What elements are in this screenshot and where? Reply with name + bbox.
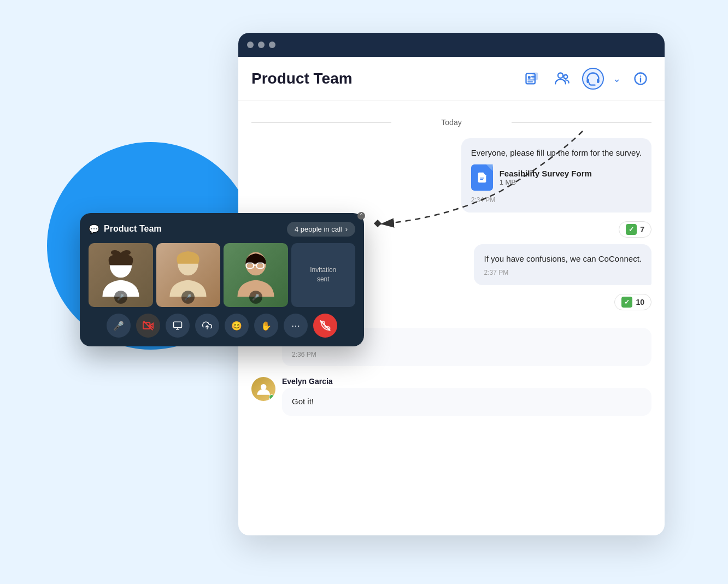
chevron-down-icon[interactable]: ⌄ <box>613 73 621 85</box>
message-bubble-out-2: If you have confusions, we can CoConnect… <box>474 244 651 285</box>
vc-chevron-icon: › <box>345 225 348 233</box>
chat-title: Product Team <box>251 70 353 87</box>
svg-rect-1 <box>528 76 531 79</box>
reaction-badge-1[interactable]: ✓ 7 <box>619 221 651 238</box>
vc-people-label: 4 people in call <box>295 225 342 233</box>
users-icon-btn[interactable] <box>551 68 573 90</box>
svg-rect-8 <box>586 79 589 83</box>
svg-rect-5 <box>533 73 537 79</box>
svg-point-7 <box>563 75 567 79</box>
message-text-2: If you have confusions, we can CoConnect… <box>484 253 642 266</box>
online-indicator-evelyn <box>269 394 274 400</box>
window-titlebar <box>238 33 665 57</box>
svg-point-12 <box>640 75 641 76</box>
info-icon-btn[interactable] <box>630 68 651 90</box>
message-time-1: 2:34 PM <box>471 196 642 204</box>
reaction-count-2: 10 <box>636 298 644 306</box>
vc-invitation-slot: Invitationsent <box>291 243 356 308</box>
message-text-evelyn: Got it! <box>292 396 642 408</box>
vc-participant-2: 🎤 <box>156 243 221 308</box>
vc-invitation-text: Invitationsent <box>310 266 336 284</box>
headset-icon-btn[interactable] <box>582 68 604 90</box>
vc-controls: 🎤 <box>89 314 355 338</box>
vc-more-btn[interactable]: ⋯ <box>284 314 308 338</box>
scene: Product Team <box>63 33 665 552</box>
incoming-message-evelyn: Evelyn Garcia Got it! <box>251 377 651 416</box>
message-content-evelyn: Evelyn Garcia Got it! <box>282 377 651 416</box>
vc-mic-1: 🎤 <box>114 291 127 304</box>
vc-video-btn[interactable] <box>136 314 160 338</box>
date-divider: Today <box>251 117 651 127</box>
vc-mic-3: 🎤 <box>249 291 262 304</box>
vc-title-text: Product Team <box>104 224 162 234</box>
vc-end-call-btn[interactable] <box>313 314 337 338</box>
chat-bubble-icon: 💬 <box>89 224 99 234</box>
newspaper-icon-btn[interactable] <box>521 68 543 90</box>
message-bubble-out-1: Everyone, please fill up the form for th… <box>461 138 651 213</box>
vc-participant-3: 🎤 <box>224 243 288 308</box>
svg-point-6 <box>558 73 563 78</box>
svg-rect-9 <box>597 79 600 83</box>
titlebar-dot-2 <box>258 42 265 48</box>
reaction-count-1: 7 <box>640 225 644 234</box>
file-info: Feasibility Survey Form 1 MB <box>500 169 592 186</box>
svg-rect-27 <box>174 322 182 328</box>
svg-point-16 <box>261 384 267 390</box>
vc-share-btn[interactable] <box>195 314 219 338</box>
header-icons: ⌄ <box>521 68 651 90</box>
video-call-card: 💬 Product Team 4 people in call › 🎤 <box>80 213 364 347</box>
avatar-evelyn <box>251 377 275 401</box>
vc-screen-btn[interactable] <box>166 314 190 338</box>
message-time-danielle: 2:36 PM <box>292 351 642 358</box>
file-doc-icon <box>471 164 493 191</box>
vc-video-grid: 🎤 🎤 <box>89 243 355 308</box>
vc-emoji-btn[interactable]: 😊 <box>225 314 249 338</box>
file-size: 1 MB <box>500 178 592 186</box>
vc-mic-2: 🎤 <box>181 291 195 304</box>
reaction-badge-2[interactable]: ✓ 10 <box>614 294 651 310</box>
sender-name-evelyn: Evelyn Garcia <box>282 377 651 386</box>
vc-mic-btn[interactable]: 🎤 <box>107 314 131 338</box>
vc-hand-btn[interactable]: ✋ ^ <box>254 314 278 338</box>
file-attachment[interactable]: Feasibility Survey Form 1 MB <box>471 164 642 191</box>
vc-participant-1: 🎤 <box>89 243 153 308</box>
check-icon-1: ✓ <box>626 224 637 235</box>
vc-people-badge[interactable]: 4 people in call › <box>287 222 355 237</box>
message-bubble-evelyn: Got it! <box>282 388 651 416</box>
titlebar-dot-1 <box>247 42 254 48</box>
message-text-1: Everyone, please fill up the form for th… <box>471 147 642 160</box>
file-name: Feasibility Survey Form <box>500 169 592 178</box>
check-icon-2: ✓ <box>621 297 632 308</box>
vc-title: 💬 Product Team <box>89 224 162 234</box>
titlebar-dot-3 <box>269 42 275 48</box>
message-time-2: 2:37 PM <box>484 269 642 276</box>
vc-header: 💬 Product Team 4 people in call › <box>89 222 355 237</box>
date-text: Today <box>435 118 468 127</box>
chat-header: Product Team <box>238 57 665 101</box>
